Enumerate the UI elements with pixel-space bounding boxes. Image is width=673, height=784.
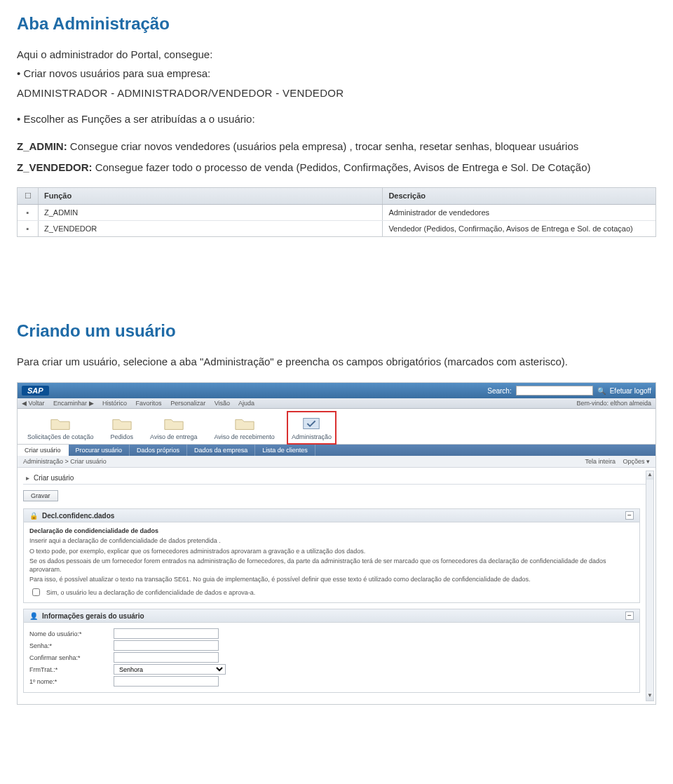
row-marker-icon: ▪ [18, 205, 39, 220]
input-primeiro-nome[interactable] [114, 676, 219, 687]
subtab-dados-empresa[interactable]: Dados da empresa [187, 445, 255, 456]
tela-inteira-link[interactable]: Tela inteira [585, 458, 616, 465]
panel1-title: Decl.confidenc.dados [42, 512, 114, 520]
label-frmtrat: FrmTrat.:* [29, 666, 114, 673]
breadcrumb: Administração > Criar usuário [23, 458, 107, 465]
panel2-title: Informações gerais do usuário [42, 612, 144, 620]
label-senha: Senha:* [29, 642, 114, 649]
sap-roles-table: ☐ Função Descrição ▪ Z_ADMIN Administrad… [17, 187, 656, 237]
tab-label: Administração [292, 433, 332, 440]
section1-title: Aba Administração [17, 14, 656, 34]
admin-icon [301, 415, 322, 432]
subtab-lista-clientes[interactable]: Lista de clientes [255, 445, 315, 456]
sap-topbar: SAP Search: 🔍 Efetuar logoff [18, 383, 655, 398]
collapse-icon[interactable]: − [625, 511, 634, 520]
tab-pedidos[interactable]: Pedidos [108, 413, 137, 442]
nav-favorites[interactable]: Favoritos [136, 400, 162, 407]
table-select-icon[interactable]: ☐ [18, 188, 39, 204]
nav-help[interactable]: Ajuda [238, 400, 254, 407]
admin-types-line: ADMINISTRADOR - ADMINISTRADOR/VENDEDOR -… [17, 85, 656, 101]
collapse-icon[interactable]: − [625, 611, 634, 620]
z-vendedor-text: Consegue fazer todo o processo de venda … [93, 161, 591, 173]
welcome-text: Bem-vindo: elthon almeida [576, 400, 651, 407]
z-admin-def: Z_ADMIN: Consegue criar novos vendedores… [17, 138, 656, 155]
bullet-functions: • Escolher as Funções a ser atribuídas a… [17, 111, 656, 127]
panel1-line1: Inserir aqui a declaração de confidencia… [29, 536, 634, 545]
sap-navrow: ◀ Voltar Encaminhar ▶ Histórico Favorito… [18, 398, 655, 409]
tab-solicitacoes-cotacao[interactable]: Solicitações de cotação [25, 413, 97, 442]
search-input[interactable] [516, 386, 593, 396]
panel1-heading: Declaração de condidencialidade de dados [29, 527, 634, 535]
sap-logo: SAP [22, 386, 49, 396]
section2-text: Para criar um usuário, selecione a aba "… [17, 353, 656, 370]
folder-icon [111, 415, 132, 432]
main-tabs-bar: Solicitações de cotação Pedidos Aviso de… [18, 409, 655, 445]
tab-label: Solicitações de cotação [27, 433, 94, 440]
z-admin-label: Z_ADMIN: [17, 140, 67, 152]
subtab-procurar-usuario[interactable]: Procurar usuário [69, 445, 130, 456]
input-senha[interactable] [114, 640, 219, 651]
col-header-descricao[interactable]: Descrição [383, 188, 655, 204]
subtab-criar-usuario[interactable]: Criar usuário [18, 445, 69, 456]
input-confirmar-senha[interactable] [114, 652, 219, 663]
tab-aviso-recebimento[interactable]: Aviso de recebimento [211, 413, 277, 442]
sub-tabs-bar: Criar usuário Procurar usuário Dados pró… [18, 445, 655, 456]
scroll-down-icon[interactable]: ▼ [646, 692, 653, 701]
tab-label: Pedidos [111, 433, 134, 440]
vertical-scrollbar[interactable]: ▲ ▼ [646, 471, 654, 701]
consent-checkbox[interactable] [32, 588, 40, 596]
nav-view[interactable]: Visão [215, 400, 230, 407]
panel1-line4: Para isso, é possível atualizar o texto … [29, 575, 634, 583]
folder-icon [234, 415, 255, 432]
bullet-create-users: • Criar novos usuários para sua empresa: [17, 65, 656, 81]
accordion-title: Criar usuário [34, 474, 74, 482]
nav-personalize[interactable]: Personalizar [170, 400, 205, 407]
subtab-dados-proprios[interactable]: Dados próprios [130, 445, 187, 456]
col-header-funcao[interactable]: Função [39, 188, 383, 204]
cell-funcao: Z_ADMIN [39, 205, 383, 220]
lock-icon: 🔒 [29, 512, 38, 520]
sap-portal-window: SAP Search: 🔍 Efetuar logoff ◀ Voltar En… [17, 382, 656, 705]
folder-icon [163, 415, 184, 432]
search-icon[interactable]: 🔍 [597, 387, 606, 395]
tab-aviso-entrega[interactable]: Aviso de entrega [147, 413, 200, 442]
opcoes-dropdown[interactable]: Opções ▾ [623, 458, 650, 465]
intro-text: Aqui o administrador do Portal, consegue… [17, 46, 656, 62]
z-admin-text: Consegue criar novos vendedores (usuário… [67, 140, 579, 152]
tab-label: Aviso de entrega [150, 433, 197, 440]
table-row: ▪ Z_ADMIN Administrador de vendedores [18, 205, 655, 221]
nav-back[interactable]: ◀ Voltar [22, 400, 45, 407]
section2-title: Criando um usuário [17, 321, 656, 341]
folder-icon [50, 415, 71, 432]
input-nome-usuario[interactable] [114, 628, 219, 639]
panel1-line3: Se os dados pessoais de um fornecedor fo… [29, 557, 634, 574]
accordion-criar-usuario[interactable]: ▸ Criar usuário [23, 472, 650, 485]
tab-administracao[interactable]: Administração [289, 413, 334, 442]
consent-label: Sim, o usuário leu a declaração de confi… [46, 589, 255, 596]
user-info-icon: 👤 [29, 612, 38, 620]
select-frmtrat[interactable]: Senhora [114, 664, 226, 675]
breadcrumb-bar: Administração > Criar usuário Tela intei… [18, 456, 655, 468]
chevron-right-icon: ▸ [26, 474, 29, 482]
cell-descricao: Administrador de vendedores [383, 205, 655, 220]
label-confirmar-senha: Confirmar senha:* [29, 654, 114, 661]
tab-label: Aviso de recebimento [214, 433, 274, 440]
panel1-line2: O texto pode, por exemplo, explicar que … [29, 547, 634, 555]
svg-rect-0 [304, 419, 320, 429]
label-primeiro-nome: 1º nome:* [29, 678, 114, 685]
content-area: ▲ ▼ ▸ Criar usuário Gravar 🔒 Decl.confid… [18, 468, 655, 704]
label-nome-usuario: Nome do usuário:* [29, 630, 114, 637]
table-row: ▪ Z_VENDEDOR Vendedor (Pedidos, Confirma… [18, 221, 655, 236]
search-label: Search: [487, 387, 511, 395]
row-marker-icon: ▪ [18, 221, 39, 236]
cell-descricao: Vendedor (Pedidos, Confirmação, Avisos d… [383, 221, 655, 236]
logoff-link[interactable]: Efetuar logoff [610, 387, 651, 395]
nav-forward[interactable]: Encaminhar ▶ [53, 400, 94, 407]
nav-history[interactable]: Histórico [102, 400, 127, 407]
scroll-up-icon[interactable]: ▲ [646, 471, 653, 480]
z-vendedor-def: Z_VENDEDOR: Consegue fazer todo o proces… [17, 159, 656, 176]
gravar-button[interactable]: Gravar [23, 490, 58, 501]
panel-decl-confidenc: 🔒 Decl.confidenc.dados − Declaração de c… [23, 508, 640, 603]
z-vendedor-label: Z_VENDEDOR: [17, 161, 93, 173]
cell-funcao: Z_VENDEDOR [39, 221, 383, 236]
